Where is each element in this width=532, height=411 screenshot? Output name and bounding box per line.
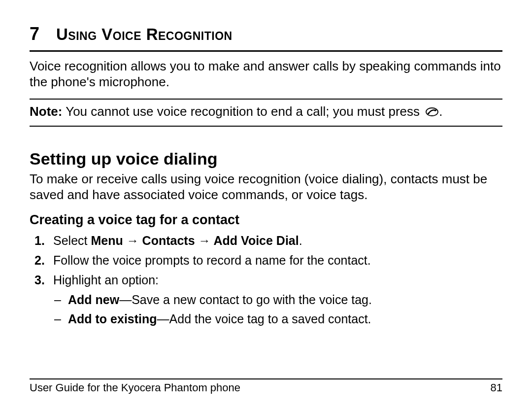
step-2: Follow the voice prompts to record a nam…	[53, 252, 502, 269]
footer-page-number: 81	[491, 381, 502, 394]
page-footer: User Guide for the Kyocera Phantom phone…	[30, 378, 502, 394]
sub-option-add-existing: Add to existing—Add the voice tag to a s…	[68, 311, 502, 328]
chapter-title: Using Voice Recognition	[56, 25, 233, 44]
step-1-prefix: Select	[53, 234, 91, 247]
note-rule-bottom	[30, 126, 502, 127]
note-rule-top	[30, 99, 502, 100]
chapter-heading: 7 Using Voice Recognition	[30, 24, 502, 44]
note-text: You cannot use voice recognition to end …	[62, 104, 423, 119]
end-call-icon	[425, 104, 439, 121]
section-body: To make or receive calls using voice rec…	[30, 171, 502, 203]
sub2-label: Add to existing	[68, 312, 157, 326]
step-1: Select Menu → Contacts → Add Voice Dial.	[53, 233, 502, 249]
sub-option-add-new: Add new—Save a new contact to go with th…	[68, 292, 502, 308]
svg-point-0	[426, 108, 438, 116]
chapter-number: 7	[30, 24, 39, 44]
footer-rule	[30, 378, 502, 379]
sub2-desc: —Add the voice tag to a saved contact.	[157, 312, 371, 326]
note-label: Note:	[30, 104, 62, 119]
sub-options: Add new—Save a new contact to go with th…	[53, 292, 502, 328]
section-heading: Setting up voice dialing	[30, 149, 502, 169]
sub1-label: Add new	[68, 293, 119, 307]
note-line: Note: You cannot use voice recognition t…	[30, 103, 502, 120]
document-page: 7 Using Voice Recognition Voice recognit…	[0, 0, 532, 411]
step-3: Highlight an option: Add new—Save a new …	[53, 272, 502, 328]
step-1-suffix: .	[299, 234, 302, 247]
intro-paragraph: Voice recognition allows you to make and…	[30, 59, 502, 90]
subsection-heading: Creating a voice tag for a contact	[30, 212, 502, 228]
sub1-desc: —Save a new contact to go with the voice…	[119, 293, 372, 307]
step-1-menu-path: Menu → Contacts → Add Voice Dial	[91, 234, 299, 247]
rule-under-title	[30, 50, 502, 52]
steps-list: Select Menu → Contacts → Add Voice Dial.…	[30, 232, 502, 331]
step-3-text: Highlight an option:	[53, 273, 159, 287]
note-period: .	[439, 104, 442, 119]
footer-doc-title: User Guide for the Kyocera Phantom phone	[30, 381, 240, 394]
